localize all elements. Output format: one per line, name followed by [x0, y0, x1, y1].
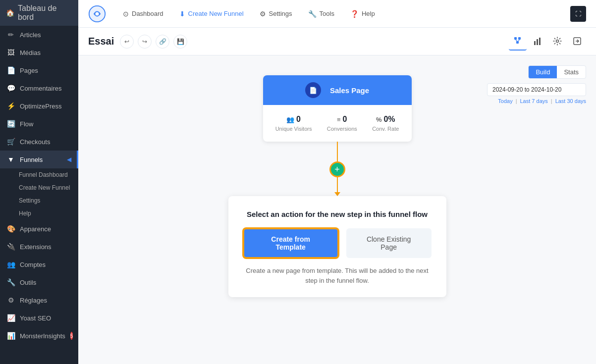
sidebar-top-label: Tableau de bord — [18, 4, 72, 22]
date-range-links: Today | Last 7 days | Last 30 days — [498, 98, 586, 104]
tools-nav-icon: 🔧 — [308, 10, 317, 18]
comptes-icon: 👥 — [7, 260, 15, 268]
sales-card-title: Sales Page — [330, 86, 369, 95]
sidebar-sub-create-new-funnel[interactable]: Create New Funnel — [0, 181, 78, 194]
page-title: Essai — [88, 36, 114, 47]
stat-conv-rate: % 0% Conv. Rate — [372, 115, 399, 132]
sidebar-item-label: Comptes — [20, 261, 46, 268]
conv-rate-value: 0% — [383, 115, 395, 124]
extensions-icon: 🔌 — [7, 243, 15, 251]
sidebar-item-label: Yoast SEO — [20, 314, 51, 322]
date-today[interactable]: Today — [498, 98, 512, 104]
sidebar-item-commentaires[interactable]: 💬 Commentaires — [0, 79, 78, 97]
outils-icon: 🔧 — [7, 278, 15, 286]
undo-button[interactable]: ↩ — [120, 35, 134, 49]
canvas-content: Build Stats Today | Last 7 days | Last 3… — [88, 65, 586, 354]
topbar-dashboard[interactable]: ⊙ Dashboard — [116, 7, 170, 21]
topbar-tools[interactable]: 🔧 Tools — [301, 7, 341, 21]
sidebar-item-flow[interactable]: 🔄 Flow — [0, 115, 78, 133]
action-buttons: Create from Template Clone Existing Page — [243, 228, 432, 258]
sidebar-item-pages[interactable]: 📄 Pages — [0, 61, 78, 79]
action-description: Create a new page from template. This wi… — [243, 266, 432, 285]
sidebar-item-checkouts[interactable]: 🛒 Checkouts — [0, 133, 78, 151]
help-nav-label: Help — [362, 10, 375, 17]
sidebar-item-optimizepress[interactable]: ⚡ OptimizePress — [0, 97, 78, 115]
topbar-settings[interactable]: ⚙ Settings — [253, 7, 299, 21]
svg-line-6 — [518, 40, 520, 41]
plus-node[interactable]: + — [329, 161, 345, 177]
view-chart-icon[interactable] — [529, 33, 546, 51]
pages-icon: 📄 — [7, 66, 15, 74]
sidebar-item-label: Commentaires — [20, 85, 62, 92]
build-stats-toggle: Build Stats — [528, 65, 586, 79]
checkouts-icon: 🛒 — [7, 138, 15, 146]
stat-unique-visitors: 👥 0 Unique Visitors — [275, 115, 312, 132]
sales-card: 📄 Sales Page 👥 0 Unique Visitors — [263, 75, 412, 142]
view-export-icon[interactable] — [568, 33, 586, 51]
clone-existing-page-button[interactable]: Clone Existing Page — [346, 228, 432, 258]
sidebar-item-label: MonsterInsights — [20, 332, 65, 340]
sidebar-item-apparence[interactable]: 🎨 Apparence — [0, 220, 78, 238]
reglages-icon: ⚙ — [7, 296, 15, 304]
svg-point-1 — [95, 12, 99, 15]
sales-card-header: 📄 Sales Page — [263, 75, 412, 105]
sidebar-item-outils[interactable]: 🔧 Outils — [0, 273, 78, 291]
sidebar-top[interactable]: 🏠 Tableau de bord — [0, 0, 78, 26]
page-header: Essai ↩ ↪ 🔗 💾 — [78, 28, 596, 55]
main-content: ⊙ Dashboard ⬇ Create New Funnel ⚙ Settin… — [78, 0, 596, 364]
action-box: Select an action for the new step in thi… — [228, 196, 446, 297]
sidebar-item-monsterinsights[interactable]: 📊 MonsterInsights 5 — [0, 327, 78, 345]
sidebar-item-medias[interactable]: 🖼 Médias — [0, 44, 78, 61]
sidebar-sub-settings[interactable]: Settings — [0, 194, 78, 207]
articles-icon: ✏ — [7, 31, 15, 39]
dashboard-nav-icon: ⊙ — [123, 10, 129, 18]
view-settings-icon[interactable] — [548, 33, 566, 51]
date-last30[interactable]: Last 30 days — [555, 98, 586, 104]
svg-rect-9 — [539, 38, 541, 45]
svg-line-5 — [516, 40, 518, 41]
sidebar-item-funnels[interactable]: ▼ Funnels ◀ — [0, 151, 78, 168]
action-title: Select an action for the new step in thi… — [243, 210, 432, 218]
redo-button[interactable]: ↪ — [138, 35, 152, 49]
sidebar-sub-funnel-dashboard[interactable]: Funnel Dashboard — [0, 168, 78, 181]
sidebar-item-comptes[interactable]: 👥 Comptes — [0, 256, 78, 273]
sidebar-item-extensions[interactable]: 🔌 Extensions — [0, 238, 78, 256]
sidebar-item-reglages[interactable]: ⚙ Réglages — [0, 291, 78, 309]
conv-rate-icon: % — [376, 116, 382, 123]
build-toggle[interactable]: Build — [529, 66, 557, 78]
conversions-value: 0 — [343, 115, 347, 124]
date-range-input[interactable] — [487, 83, 586, 96]
sidebar-item-articles[interactable]: ✏ Articles — [0, 26, 78, 44]
page-header-icons: ↩ ↪ 🔗 💾 — [120, 35, 187, 49]
arrow-connector — [334, 177, 340, 196]
sidebar-sub-help[interactable]: Help — [0, 207, 78, 220]
visitors-label: Unique Visitors — [275, 126, 312, 132]
screen-toggle-icon[interactable]: ⛶ — [570, 6, 586, 22]
sidebar: 🏠 Tableau de bord ✏ Articles 🖼 Médias 📄 … — [0, 0, 78, 364]
funnel-dashboard-label: Funnel Dashboard — [19, 171, 68, 178]
apparence-icon: 🎨 — [7, 225, 15, 233]
dashboard-nav-label: Dashboard — [132, 10, 163, 17]
stats-toggle[interactable]: Stats — [557, 66, 586, 78]
link-button[interactable]: 🔗 — [156, 35, 169, 49]
view-funnel-icon[interactable] — [509, 33, 527, 51]
page-header-view-icons — [509, 33, 586, 51]
sidebar-item-yoast[interactable]: 📈 Yoast SEO — [0, 309, 78, 327]
settings-nav-label: Settings — [269, 10, 292, 17]
create-funnel-nav-icon: ⬇ — [179, 10, 185, 18]
tools-nav-label: Tools — [320, 10, 334, 17]
create-from-template-button[interactable]: Create from Template — [243, 228, 338, 258]
topbar-create-funnel[interactable]: ⬇ Create New Funnel — [172, 7, 251, 21]
help-label: Help — [19, 210, 31, 217]
commentaires-icon: 💬 — [7, 84, 15, 92]
svg-rect-7 — [534, 41, 536, 45]
topbar-help[interactable]: ❓ Help — [343, 7, 382, 21]
date-last7[interactable]: Last 7 days — [520, 98, 548, 104]
svg-point-10 — [556, 40, 559, 42]
svg-rect-4 — [516, 41, 519, 44]
monsterinsights-icon: 📊 — [7, 332, 15, 340]
create-new-funnel-label: Create New Funnel — [19, 184, 70, 191]
save-button[interactable]: 💾 — [173, 35, 187, 49]
svg-rect-2 — [514, 37, 517, 40]
arrow-head — [334, 192, 340, 196]
